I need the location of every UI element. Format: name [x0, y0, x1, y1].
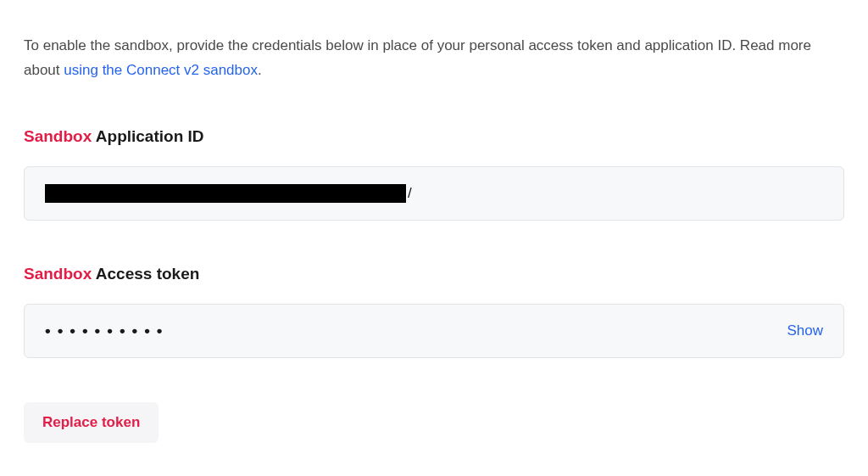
- sandbox-docs-link[interactable]: using the Connect v2 sandbox: [64, 62, 258, 78]
- access-token-section: Sandbox Access token •••••••••• Show: [24, 265, 844, 358]
- application-id-label: Sandbox Application ID: [24, 127, 844, 146]
- replace-token-button[interactable]: Replace token: [24, 402, 159, 443]
- intro-paragraph: To enable the sandbox, provide the crede…: [24, 34, 844, 83]
- sandbox-prefix-text: Sandbox: [24, 265, 92, 283]
- redacted-app-id: [45, 184, 406, 203]
- application-id-label-rest: Application ID: [92, 127, 203, 145]
- intro-text-after: .: [258, 62, 262, 78]
- access-token-field[interactable]: •••••••••• Show: [24, 304, 844, 358]
- access-token-label: Sandbox Access token: [24, 265, 844, 283]
- access-token-label-rest: Access token: [92, 265, 199, 283]
- application-id-section: Sandbox Application ID /: [24, 127, 844, 221]
- app-id-tail-char: /: [408, 185, 412, 202]
- masked-token-value: ••••••••••: [45, 322, 787, 340]
- show-token-button[interactable]: Show: [787, 322, 823, 339]
- sandbox-prefix-text: Sandbox: [24, 127, 92, 145]
- application-id-field[interactable]: /: [24, 166, 844, 221]
